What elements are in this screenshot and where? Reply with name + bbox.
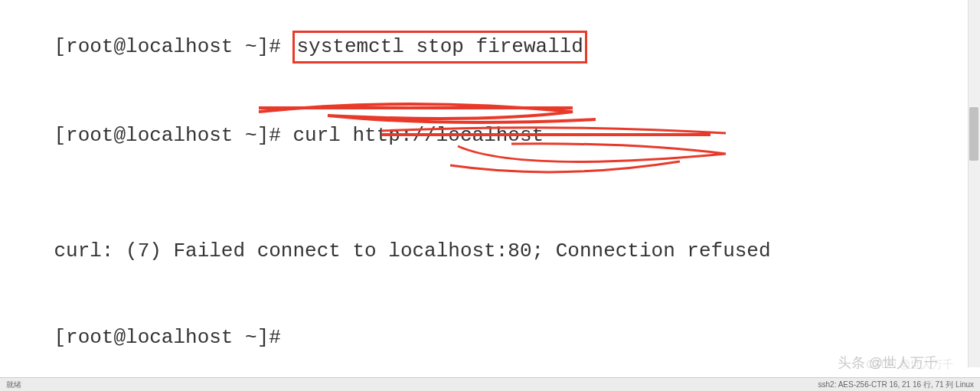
highlighted-command: systemctl stop firewalld (292, 31, 586, 64)
prompt: [root@localhost ~]# (54, 35, 292, 58)
terminal-line: [root@localhost ~]# curl http://localhos… (6, 93, 974, 208)
status-right: ssh2: AES-256-CTR 16, 21 16 行, 71 列 Linu… (818, 380, 974, 390)
struck-command: curl http://localhost (292, 124, 544, 147)
terminal-output[interactable]: [root@localhost ~]# systemctl stop firew… (0, 0, 980, 391)
watermark-text-secondary: CSDN @世人万千 (866, 358, 953, 372)
terminal-line: [root@localhost ~]# systemctl stop firew… (6, 2, 974, 93)
scrollbar-thumb[interactable] (969, 107, 978, 161)
terminal-line: curl: (7) Failed connect to localhost:80… (6, 208, 974, 295)
terminal-line: [root@localhost ~]# (6, 295, 974, 381)
status-left: 就绪 (6, 380, 21, 390)
prompt: [root@localhost ~]# (54, 124, 292, 147)
output-text: curl: (7) Failed connect to localhost:80… (54, 239, 770, 262)
prompt: [root@localhost ~]# (54, 326, 292, 349)
status-bar: 就绪 ssh2: AES-256-CTR 16, 21 16 行, 71 列 L… (0, 377, 980, 391)
scrollbar-track[interactable] (968, 0, 980, 367)
